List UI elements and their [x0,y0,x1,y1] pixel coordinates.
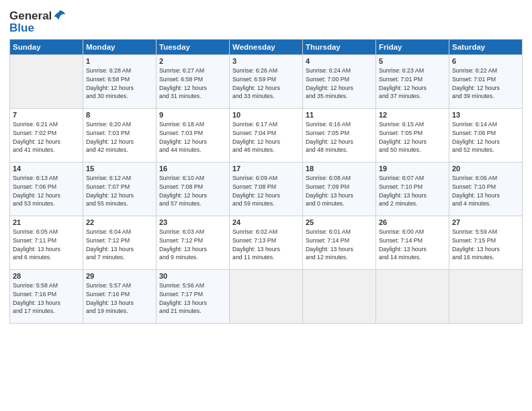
calendar-body: 1Sunrise: 6:28 AM Sunset: 6:58 PM Daylig… [10,55,523,324]
day-number: 2 [159,57,226,65]
cell-info: Sunrise: 6:17 AM Sunset: 7:04 PM Dayligh… [232,120,300,154]
logo-bird-icon [53,9,66,22]
calendar-cell: 27Sunrise: 5:59 AM Sunset: 7:15 PM Dayli… [449,216,523,270]
day-number: 26 [379,218,446,226]
day-number: 23 [159,218,226,226]
cell-info: Sunrise: 6:18 AM Sunset: 7:03 PM Dayligh… [159,120,226,154]
calendar-cell: 1Sunrise: 6:28 AM Sunset: 6:58 PM Daylig… [83,55,157,109]
cell-info: Sunrise: 6:09 AM Sunset: 7:08 PM Dayligh… [232,174,300,208]
calendar-cell: 26Sunrise: 6:00 AM Sunset: 7:14 PM Dayli… [376,216,449,270]
cell-info: Sunrise: 6:05 AM Sunset: 7:11 PM Dayligh… [13,228,80,262]
calendar-cell: 14Sunrise: 6:13 AM Sunset: 7:06 PM Dayli… [10,163,83,216]
day-number: 19 [379,165,446,173]
calendar-cell: 10Sunrise: 6:17 AM Sunset: 7:04 PM Dayli… [230,109,303,163]
calendar-table: SundayMondayTuesdayWednesdayThursdayFrid… [9,39,523,324]
page: General Blue SundayMondayTuesdayWednesda… [0,0,532,411]
calendar-cell: 17Sunrise: 6:09 AM Sunset: 7:08 PM Dayli… [230,163,303,216]
cell-info: Sunrise: 6:07 AM Sunset: 7:10 PM Dayligh… [379,174,446,208]
weekday-header: Wednesday [230,40,303,55]
day-number: 13 [452,111,519,119]
day-number: 30 [159,272,226,280]
calendar-cell: 7Sunrise: 6:21 AM Sunset: 7:02 PM Daylig… [10,109,83,163]
calendar-cell: 4Sunrise: 6:24 AM Sunset: 7:00 PM Daylig… [303,55,376,109]
cell-info: Sunrise: 6:04 AM Sunset: 7:12 PM Dayligh… [86,228,153,262]
day-number: 5 [379,57,446,65]
calendar-cell: 16Sunrise: 6:10 AM Sunset: 7:08 PM Dayli… [157,163,230,216]
calendar-cell [303,270,376,324]
cell-info: Sunrise: 6:23 AM Sunset: 7:01 PM Dayligh… [379,66,446,101]
cell-info: Sunrise: 6:24 AM Sunset: 7:00 PM Dayligh… [306,66,373,101]
day-number: 3 [232,57,300,65]
weekday-header: Tuesday [157,40,230,55]
weekday-header: Saturday [449,40,523,55]
calendar-cell: 15Sunrise: 6:12 AM Sunset: 7:07 PM Dayli… [83,163,157,216]
calendar-cell: 22Sunrise: 6:04 AM Sunset: 7:12 PM Dayli… [83,216,157,270]
day-number: 27 [452,218,519,226]
day-number: 21 [13,218,80,226]
day-number: 28 [13,272,80,280]
calendar-cell: 21Sunrise: 6:05 AM Sunset: 7:11 PM Dayli… [10,216,83,270]
calendar-cell: 6Sunrise: 6:22 AM Sunset: 7:01 PM Daylig… [449,55,523,109]
calendar-cell [10,55,83,109]
day-number: 8 [86,111,153,119]
day-number: 9 [159,111,226,119]
calendar-cell [230,270,303,324]
day-number: 4 [306,57,373,65]
cell-info: Sunrise: 6:10 AM Sunset: 7:08 PM Dayligh… [159,174,226,208]
calendar-cell: 5Sunrise: 6:23 AM Sunset: 7:01 PM Daylig… [376,55,449,109]
day-number: 29 [86,272,153,280]
calendar-cell: 11Sunrise: 6:16 AM Sunset: 7:05 PM Dayli… [303,109,376,163]
calendar-cell: 30Sunrise: 5:56 AM Sunset: 7:17 PM Dayli… [157,270,230,324]
calendar-cell: 28Sunrise: 5:58 AM Sunset: 7:16 PM Dayli… [10,270,83,324]
calendar-cell: 18Sunrise: 6:08 AM Sunset: 7:09 PM Dayli… [303,163,376,216]
cell-info: Sunrise: 6:20 AM Sunset: 7:03 PM Dayligh… [86,120,153,154]
day-number: 18 [306,165,373,173]
cell-info: Sunrise: 6:12 AM Sunset: 7:07 PM Dayligh… [86,174,153,208]
day-number: 1 [86,57,153,65]
weekday-header: Thursday [303,40,376,55]
calendar-cell: 23Sunrise: 6:03 AM Sunset: 7:12 PM Dayli… [157,216,230,270]
cell-info: Sunrise: 5:56 AM Sunset: 7:17 PM Dayligh… [159,281,226,316]
calendar-cell: 9Sunrise: 6:18 AM Sunset: 7:03 PM Daylig… [157,109,230,163]
cell-info: Sunrise: 6:13 AM Sunset: 7:06 PM Dayligh… [13,174,80,208]
cell-info: Sunrise: 6:22 AM Sunset: 7:01 PM Dayligh… [452,66,519,101]
day-number: 10 [232,111,300,119]
calendar-cell: 2Sunrise: 6:27 AM Sunset: 6:58 PM Daylig… [157,55,230,109]
cell-info: Sunrise: 6:08 AM Sunset: 7:09 PM Dayligh… [306,174,373,208]
cell-info: Sunrise: 6:15 AM Sunset: 7:05 PM Dayligh… [379,120,446,154]
day-number: 11 [306,111,373,119]
day-number: 7 [13,111,80,119]
weekday-header: Friday [376,40,449,55]
calendar-cell: 19Sunrise: 6:07 AM Sunset: 7:10 PM Dayli… [376,163,449,216]
day-number: 24 [232,218,300,226]
day-number: 16 [159,165,226,173]
cell-info: Sunrise: 6:02 AM Sunset: 7:13 PM Dayligh… [232,228,300,262]
day-number: 20 [452,165,519,173]
calendar-cell: 3Sunrise: 6:26 AM Sunset: 6:59 PM Daylig… [230,55,303,109]
calendar-cell: 13Sunrise: 6:14 AM Sunset: 7:06 PM Dayli… [449,109,523,163]
calendar-cell: 20Sunrise: 6:06 AM Sunset: 7:10 PM Dayli… [449,163,523,216]
cell-info: Sunrise: 6:01 AM Sunset: 7:14 PM Dayligh… [306,228,373,262]
day-number: 25 [306,218,373,226]
calendar-cell: 29Sunrise: 5:57 AM Sunset: 7:16 PM Dayli… [83,270,157,324]
cell-info: Sunrise: 5:59 AM Sunset: 7:15 PM Dayligh… [452,228,519,262]
cell-info: Sunrise: 6:21 AM Sunset: 7:02 PM Dayligh… [13,120,80,154]
day-number: 6 [452,57,519,65]
calendar-cell: 24Sunrise: 6:02 AM Sunset: 7:13 PM Dayli… [230,216,303,270]
logo-text: General [9,9,52,23]
cell-info: Sunrise: 6:14 AM Sunset: 7:06 PM Dayligh… [452,120,519,154]
calendar-cell: 25Sunrise: 6:01 AM Sunset: 7:14 PM Dayli… [303,216,376,270]
cell-info: Sunrise: 6:06 AM Sunset: 7:10 PM Dayligh… [452,174,519,208]
day-number: 15 [86,165,153,173]
weekday-header: Sunday [10,40,83,55]
calendar-header: SundayMondayTuesdayWednesdayThursdayFrid… [10,40,523,55]
weekday-header: Monday [83,40,157,55]
cell-info: Sunrise: 5:58 AM Sunset: 7:16 PM Dayligh… [13,281,80,316]
day-number: 22 [86,218,153,226]
cell-info: Sunrise: 6:16 AM Sunset: 7:05 PM Dayligh… [306,120,373,154]
cell-info: Sunrise: 6:26 AM Sunset: 6:59 PM Dayligh… [232,66,300,101]
cell-info: Sunrise: 6:28 AM Sunset: 6:58 PM Dayligh… [86,66,153,101]
day-number: 14 [13,165,80,173]
calendar-cell: 8Sunrise: 6:20 AM Sunset: 7:03 PM Daylig… [83,109,157,163]
cell-info: Sunrise: 6:03 AM Sunset: 7:12 PM Dayligh… [159,228,226,262]
